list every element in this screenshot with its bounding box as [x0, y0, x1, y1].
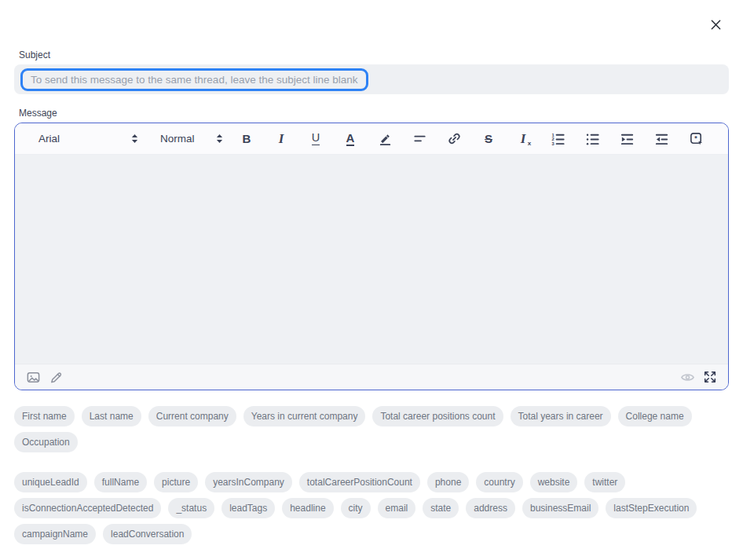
merge-tag-chip[interactable]: _status — [168, 498, 214, 518]
subject-placeholder-highlight: To send this message to the same thread,… — [20, 68, 368, 91]
subject-input[interactable]: To send this message to the same thread,… — [14, 64, 729, 94]
merge-tag-chip[interactable]: email — [378, 498, 416, 518]
link-icon — [447, 131, 462, 146]
image-icon — [26, 370, 41, 385]
merge-tag-chip[interactable]: totalCareerPositionCount — [299, 472, 420, 492]
merge-tag-chip[interactable]: headline — [282, 498, 333, 518]
merge-tag-chip[interactable]: yearsInCompany — [205, 472, 292, 492]
strikethrough-icon: S — [485, 133, 492, 145]
insert-image-button[interactable] — [25, 369, 41, 385]
merge-tag-chip[interactable]: twitter — [584, 472, 625, 492]
merge-tags-raw: uniqueLeadIdfullNamepictureyearsInCompan… — [14, 472, 730, 544]
svg-text:3: 3 — [551, 141, 554, 146]
link-button[interactable] — [437, 129, 471, 149]
merge-tag-chip[interactable]: campaignName — [14, 524, 96, 544]
bullet-list-icon — [585, 131, 600, 146]
strikethrough-button[interactable]: S — [471, 129, 506, 149]
merge-tag-chip[interactable]: lastStepExecution — [606, 498, 697, 518]
message-textarea[interactable] — [15, 155, 728, 364]
italic-button[interactable]: I — [264, 129, 298, 149]
pencil-icon — [49, 370, 64, 385]
indent-icon — [620, 131, 635, 146]
align-icon — [412, 131, 427, 146]
paragraph-format-value: Normal — [160, 133, 195, 145]
merge-tag-chip[interactable]: Total career positions count — [372, 406, 503, 426]
bullet-list-button[interactable] — [575, 129, 609, 149]
preview-button[interactable] — [679, 369, 695, 385]
font-family-value: Arial — [38, 133, 60, 145]
paragraph-format-select[interactable]: Normal — [160, 133, 223, 145]
fullscreen-button[interactable] — [702, 369, 718, 385]
underline-icon: U — [312, 132, 320, 145]
svg-text:*: * — [694, 134, 697, 142]
text-color-icon: A — [346, 132, 355, 146]
italic-icon: I — [279, 132, 284, 145]
updown-chevron-icon — [131, 134, 138, 144]
merge-tag-chip[interactable]: Occupation — [14, 432, 78, 452]
merge-tag-chip[interactable]: phone — [427, 472, 469, 492]
merge-tag-chip[interactable]: website — [530, 472, 578, 492]
merge-tag-chip[interactable]: fullName — [94, 472, 147, 492]
subject-placeholder: To send this message to the same thread,… — [31, 74, 358, 86]
compose-message-dialog: Subject To send this message to the same… — [0, 0, 743, 560]
close-icon[interactable] — [708, 17, 723, 31]
merge-tag-chip[interactable]: state — [423, 498, 459, 518]
align-button[interactable] — [402, 129, 437, 149]
merge-tag-chip[interactable]: city — [341, 498, 371, 518]
highlight-button[interactable] — [368, 129, 402, 149]
ordered-list-button[interactable]: 1 2 3 — [540, 129, 575, 149]
merge-tag-chip[interactable]: leadConversation — [103, 524, 192, 544]
merge-tag-chip[interactable]: isConnectionAcceptedDetected — [14, 498, 161, 518]
merge-tags-friendly: First nameLast nameCurrent companyYears … — [14, 406, 730, 452]
outdent-button[interactable] — [644, 129, 679, 149]
underline-button[interactable]: U — [298, 129, 333, 149]
edit-pencil-button[interactable] — [48, 369, 64, 385]
editor-footer — [15, 364, 728, 390]
highlighter-icon — [378, 131, 393, 146]
message-label: Message — [19, 108, 57, 119]
merge-tag-chip[interactable]: Years in current company — [243, 406, 366, 426]
insert-variable-icon: * — [689, 131, 704, 146]
text-color-button[interactable]: A — [333, 129, 368, 149]
merge-tag-chip[interactable]: uniqueLeadId — [14, 472, 87, 492]
eye-icon — [680, 370, 695, 385]
clear-format-button[interactable]: Ix — [506, 129, 540, 149]
clear-format-icon: Ix — [521, 132, 526, 145]
merge-tag-chip[interactable]: Current company — [148, 406, 236, 426]
merge-tag-chip[interactable]: Total years in career — [511, 406, 611, 426]
font-family-select[interactable]: Arial — [38, 133, 138, 145]
merge-tag-chip[interactable]: businessEmail — [522, 498, 598, 518]
editor-toolbar: Arial Normal B I U A — [15, 123, 728, 155]
merge-tag-chip[interactable]: College name — [618, 406, 692, 426]
bold-icon: B — [243, 133, 251, 145]
merge-tag-chip[interactable]: Last name — [82, 406, 141, 426]
bold-button[interactable]: B — [229, 129, 264, 149]
subject-label: Subject — [19, 49, 50, 60]
insert-variable-button[interactable]: * — [679, 129, 713, 149]
message-editor: Arial Normal B I U A — [14, 123, 729, 390]
expand-icon — [703, 370, 717, 384]
merge-tag-chip[interactable]: country — [476, 472, 522, 492]
merge-tag-chip[interactable]: picture — [154, 472, 198, 492]
ordered-list-icon: 1 2 3 — [551, 131, 565, 146]
merge-tag-chip[interactable]: First name — [14, 406, 75, 426]
merge-tag-chip[interactable]: leadTags — [221, 498, 275, 518]
indent-button[interactable] — [609, 129, 644, 149]
updown-chevron-icon — [216, 134, 223, 144]
outdent-icon — [654, 131, 669, 146]
merge-tag-chip[interactable]: address — [466, 498, 515, 518]
